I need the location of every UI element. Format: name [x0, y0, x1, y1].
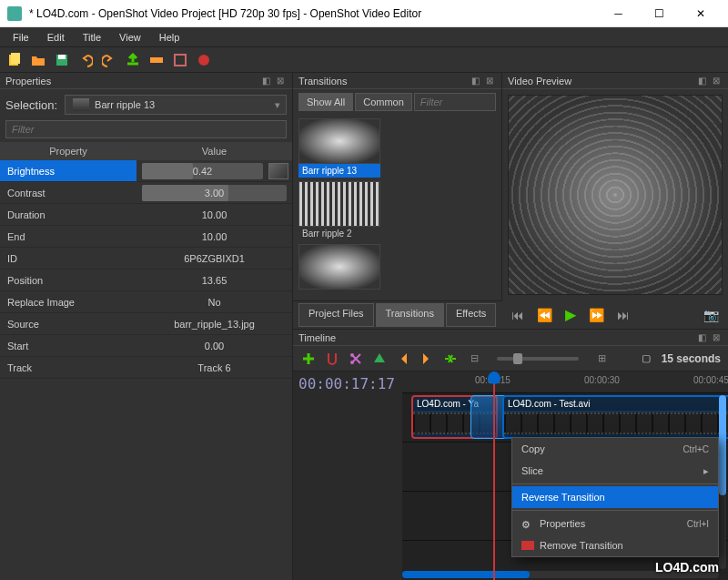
context-menu-item[interactable]: ⚙PropertiesCtrl+I [512, 513, 718, 534]
gear-icon: ⚙ [521, 519, 534, 528]
transition-item[interactable] [298, 244, 380, 293]
menu-file[interactable]: File [4, 29, 38, 46]
transitions-panel-header: Transitions ◧ ⊠ [293, 73, 501, 89]
context-menu-item[interactable]: Reverse Transition [512, 486, 718, 508]
property-value[interactable]: No [136, 297, 292, 308]
maximize-button[interactable]: ☐ [639, 1, 680, 26]
fullscreen-button[interactable] [171, 51, 189, 69]
property-value[interactable]: Track 6 [136, 362, 292, 373]
property-value[interactable]: 0.42 [136, 163, 268, 179]
transition-thumb [298, 118, 380, 164]
property-value[interactable]: 13.65 [136, 275, 292, 286]
menu-help[interactable]: Help [150, 29, 189, 46]
transition-name: Barr ripple 2 [298, 227, 380, 240]
add-marker-button[interactable] [371, 351, 388, 367]
context-menu-item[interactable]: Slice▸ [512, 460, 718, 482]
play-button[interactable]: ▶ [565, 306, 576, 323]
property-row[interactable]: Brightness0.42 [0, 160, 292, 182]
svg-point-9 [350, 361, 354, 364]
panel-float-icon[interactable]: ◧ [469, 75, 481, 87]
zoom-in-button[interactable]: ⊞ [593, 351, 610, 367]
tab-common[interactable]: Common [355, 93, 412, 111]
property-value[interactable]: 0.00 [136, 341, 292, 351]
video-preview[interactable] [508, 95, 723, 295]
transition-item[interactable]: Barr ripple 2 [298, 181, 380, 240]
context-menu-item[interactable]: Remove Transition [512, 534, 718, 556]
selection-combo[interactable]: Barr ripple 13 [65, 95, 287, 115]
remove-icon [521, 541, 534, 550]
main-toolbar [0, 47, 728, 73]
panel-float-icon[interactable]: ◧ [695, 75, 708, 87]
property-row[interactable]: Duration10.00 [0, 204, 292, 226]
jump-start-button[interactable]: ⏮ [511, 308, 524, 322]
export-button[interactable] [195, 51, 213, 69]
prop-header-value[interactable]: Value [136, 146, 292, 157]
property-value[interactable]: 10.00 [136, 231, 292, 242]
forward-button[interactable]: ⏩ [589, 308, 604, 322]
save-button[interactable] [53, 51, 71, 69]
transition-item[interactable]: Barr ripple 13 [298, 118, 380, 178]
minimize-button[interactable]: ─ [598, 1, 639, 26]
tab-effects[interactable]: Effects [446, 303, 496, 327]
open-button[interactable] [29, 51, 47, 69]
playhead[interactable] [493, 371, 495, 580]
import-button[interactable] [124, 51, 142, 69]
jump-end-button[interactable]: ⏭ [617, 308, 630, 322]
zoom-out-button[interactable]: ⊟ [466, 351, 482, 367]
property-value[interactable]: 3.00 [136, 185, 292, 201]
rewind-button[interactable]: ⏪ [537, 308, 552, 322]
razor-button[interactable] [348, 351, 364, 367]
snapshot-button[interactable]: 📷 [703, 308, 719, 322]
property-value[interactable]: barr_ripple_13.jpg [136, 319, 292, 330]
panel-float-icon[interactable]: ◧ [259, 75, 272, 87]
timeline-vscroll[interactable] [719, 395, 726, 569]
panel-close-icon[interactable]: ⊠ [483, 75, 496, 87]
property-row[interactable]: Start0.00 [0, 335, 292, 357]
transitions-filter-input[interactable] [414, 93, 496, 111]
context-menu-item[interactable]: CopyCtrl+C [512, 438, 718, 460]
property-row[interactable]: Sourcebarr_ripple_13.jpg [0, 313, 292, 335]
tab-transitions[interactable]: Transitions [376, 303, 444, 327]
menu-title[interactable]: Title [74, 29, 110, 46]
property-row[interactable]: Contrast3.00 [0, 182, 292, 204]
property-row[interactable]: Position13.65 [0, 270, 292, 291]
next-marker-button[interactable] [419, 351, 435, 367]
tab-show-all[interactable]: Show All [298, 93, 353, 111]
profile-button[interactable] [147, 51, 166, 69]
close-button[interactable]: ✕ [680, 1, 721, 26]
selection-label: Selection: [5, 98, 57, 112]
new-project-button[interactable] [5, 51, 24, 69]
property-row[interactable]: End10.00 [0, 226, 292, 248]
preview-panel-header: Video Preview ◧ ⊠ [502, 73, 728, 89]
transition-name: Barr ripple 13 [298, 164, 380, 178]
add-track-button[interactable] [300, 351, 317, 367]
prop-header-property[interactable]: Property [0, 146, 136, 157]
watermark: LO4D.com [655, 560, 719, 575]
property-row[interactable]: TrackTrack 6 [0, 357, 292, 379]
menu-view[interactable]: View [110, 29, 150, 46]
panel-close-icon[interactable]: ⊠ [274, 75, 287, 87]
panel-float-icon[interactable]: ◧ [695, 331, 708, 344]
transitions-list: Barr ripple 13Barr ripple 2 [293, 115, 501, 300]
redo-button[interactable] [100, 51, 118, 69]
zoom-slider[interactable] [497, 357, 579, 361]
snap-button[interactable] [324, 351, 340, 367]
undo-button[interactable] [76, 51, 95, 69]
keyframe-swatch[interactable] [268, 163, 288, 179]
timeline-clip[interactable]: LO4D.com - Test.avi [502, 395, 728, 439]
menu-bar: File Edit Title View Help [0, 27, 728, 47]
app-icon [7, 6, 22, 21]
property-value[interactable]: 10.00 [136, 209, 292, 220]
panel-close-icon[interactable]: ⊠ [710, 331, 723, 344]
panel-close-icon[interactable]: ⊠ [710, 75, 723, 87]
property-value[interactable]: 6P6ZGBIXD1 [136, 253, 292, 264]
property-row[interactable]: Replace ImageNo [0, 291, 292, 313]
property-row[interactable]: ID6P6ZGBIXD1 [0, 248, 292, 270]
prev-marker-button[interactable] [395, 351, 411, 367]
timeline-ruler[interactable]: 00:00:15 00:00:30 00:00:45 [402, 371, 728, 393]
center-playhead-button[interactable] [442, 351, 459, 367]
properties-filter-input[interactable] [5, 120, 287, 138]
track-row[interactable]: Track 6 LO4D.com - Ya LO4D.com - Test.av… [402, 393, 728, 443]
tab-project-files[interactable]: Project Files [298, 303, 374, 327]
menu-edit[interactable]: Edit [38, 29, 74, 46]
